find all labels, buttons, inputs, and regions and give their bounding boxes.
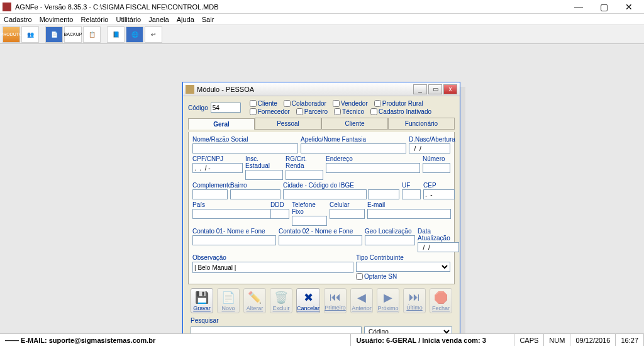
pesquisar-label: Pesquisar <box>191 317 452 324</box>
check-cad-inativado[interactable]: Cadastro Inativado <box>370 108 431 115</box>
toolbar: PRODUTO 👥 📄 BACKUP 📋 📘 🌐 ↩ <box>0 25 644 44</box>
toolbar-doc-button[interactable]: 📋 <box>83 26 101 43</box>
minimize-button[interactable]: — <box>566 1 591 13</box>
check-cliente[interactable]: Cliente <box>250 100 277 107</box>
ie-input[interactable] <box>245 170 283 180</box>
alterar-button[interactable]: ✏️Alterar <box>243 288 266 313</box>
cel-input[interactable] <box>330 209 365 219</box>
novo-button[interactable]: 📄Novo <box>217 288 240 313</box>
toolbar-produto-button[interactable]: PRODUTO <box>3 26 20 43</box>
menubar: Cadastro Movimento Relatório Utilitário … <box>0 14 644 25</box>
cidade-input[interactable] <box>283 189 367 199</box>
prev-icon: ◀ <box>357 291 366 304</box>
fechar-button[interactable]: 🛑Fechar <box>430 288 452 313</box>
check-produtor-rural[interactable]: Produtor Rural <box>374 100 423 107</box>
rg-input[interactable] <box>286 170 323 180</box>
cpf-input[interactable] <box>192 163 243 173</box>
menu-cadastro[interactable]: Cadastro <box>4 16 32 23</box>
tipo-label: Tipo Contribuinte <box>356 254 450 261</box>
toolbar-book-button[interactable]: 📘 <box>107 26 125 43</box>
obs-label: Observação <box>192 254 353 261</box>
check-fornecedor[interactable]: Fornecedor <box>250 108 290 115</box>
endereco-input[interactable] <box>326 163 420 173</box>
menu-janela[interactable]: Janela <box>148 16 169 23</box>
ddd-input[interactable] <box>270 209 289 219</box>
toolbar-globe-button[interactable]: 🌐 <box>126 26 143 43</box>
tab-funcionario[interactable]: Funcionário <box>388 118 455 129</box>
numero-input[interactable] <box>423 163 450 173</box>
dialog-close-button[interactable]: x <box>443 84 457 94</box>
check-colaborador[interactable]: Colaborador <box>284 100 326 107</box>
cep-input[interactable] <box>423 189 455 199</box>
codigo-input[interactable] <box>211 103 241 113</box>
bairro-input[interactable] <box>230 189 280 199</box>
dialog-maximize-button[interactable]: ▭ <box>428 84 442 94</box>
menu-utilitario[interactable]: Utilitário <box>116 16 141 23</box>
proximo-button[interactable]: ▶Próximo <box>377 288 399 313</box>
status-date: 09/12/2016 <box>570 334 616 346</box>
tipo-select[interactable] <box>356 262 450 272</box>
dialog-title-text: Módulo - PESSOA <box>197 86 413 93</box>
tel-label: Telefone Fixo <box>292 201 327 215</box>
anterior-button[interactable]: ◀Anterior <box>350 288 373 313</box>
menu-relatorio[interactable]: Relatório <box>80 16 108 23</box>
contato1-label: Contato 01- Nome e Fone <box>192 228 276 235</box>
maximize-button[interactable]: ▢ <box>591 1 616 13</box>
contato1-input[interactable] <box>192 235 276 245</box>
dialog-button-bar: 💾Gravar 📄Novo ✏️Alterar 🗑️Excluir ✖Cance… <box>188 284 455 317</box>
tab-geral[interactable]: Geral <box>188 118 255 130</box>
tel-input[interactable] <box>292 216 327 226</box>
compl-input[interactable] <box>192 189 228 199</box>
app-titlebar: AGNFe - Versão 8.35.3 - C:\SIGMA FISCAL … <box>0 0 644 14</box>
dataat-input[interactable] <box>418 242 459 252</box>
toolbar-nfe-button[interactable]: 📄 <box>45 26 63 43</box>
toolbar-backup-button[interactable]: BACKUP <box>64 26 82 43</box>
status-caps: CAPS <box>514 334 544 346</box>
menu-sair[interactable]: Sair <box>202 16 214 23</box>
gravar-button[interactable]: 💾Gravar <box>191 288 213 313</box>
toolbar-exit-button[interactable]: ↩ <box>145 26 162 43</box>
tabstrip: Geral Pessoal Cliente Funcionário <box>188 118 455 130</box>
dnasc-input[interactable] <box>409 143 450 153</box>
dialog-body: Código Cliente Colaborador Vendedor Prod… <box>183 96 460 344</box>
contato2-input[interactable] <box>279 235 362 245</box>
tab-pessoal[interactable]: Pessoal <box>255 118 321 129</box>
email-input[interactable] <box>367 209 451 219</box>
mdi-workspace: Módulo - PESSOA _ ▭ x Código Cliente Col… <box>0 44 644 332</box>
geo-input[interactable] <box>365 235 415 245</box>
first-icon: ⏮ <box>330 291 341 304</box>
check-tecnico[interactable]: Técnico <box>334 108 364 115</box>
primeiro-button[interactable]: ⏮Primeiro <box>324 288 347 313</box>
check-parceiro[interactable]: Parceiro <box>296 108 328 115</box>
trash-icon: 🗑️ <box>274 291 288 304</box>
cancel-icon: ✖ <box>304 291 313 304</box>
pais-input[interactable] <box>192 209 276 219</box>
cancelar-button[interactable]: ✖Cancelar <box>296 288 320 313</box>
menu-movimento[interactable]: Movimento <box>40 16 74 23</box>
status-time: 16:27 <box>616 334 644 346</box>
nome-label: Nome/Razão Social <box>192 136 298 143</box>
uf-input[interactable] <box>402 189 421 199</box>
excluir-button[interactable]: 🗑️Excluir <box>270 288 292 313</box>
check-optante-sn[interactable]: Optante SN <box>356 273 450 280</box>
tab-cliente[interactable]: Cliente <box>321 118 388 129</box>
ibge-input[interactable] <box>368 189 399 199</box>
dataat-label: Data Atualização <box>418 228 459 242</box>
dialog-titlebar[interactable]: Módulo - PESSOA _ ▭ x <box>183 82 460 96</box>
rg-label: RG/Crt. Renda <box>286 155 323 169</box>
ultimo-button[interactable]: ⏭Último <box>403 288 426 313</box>
check-vendedor[interactable]: Vendedor <box>333 100 368 107</box>
toolbar-pessoa-button[interactable]: 👥 <box>21 26 39 43</box>
save-icon: 💾 <box>195 291 209 304</box>
tab-geral-panel: Nome/Razão Social Apelido/Nome Fantasia … <box>188 132 455 284</box>
apelido-input[interactable] <box>301 143 406 153</box>
menu-ajuda[interactable]: Ajuda <box>177 16 194 23</box>
nome-input[interactable] <box>192 143 298 153</box>
obs-input[interactable] <box>192 262 353 273</box>
status-email: —— E-MAIL: suporte@sigmasistemas.com.br <box>0 334 351 346</box>
geo-label: Geo Localização <box>365 228 415 235</box>
close-button[interactable]: ✕ <box>616 1 641 13</box>
bairro-label: Bairro <box>230 182 280 189</box>
numero-label: Número <box>423 155 450 162</box>
dialog-minimize-button[interactable]: _ <box>413 84 427 94</box>
